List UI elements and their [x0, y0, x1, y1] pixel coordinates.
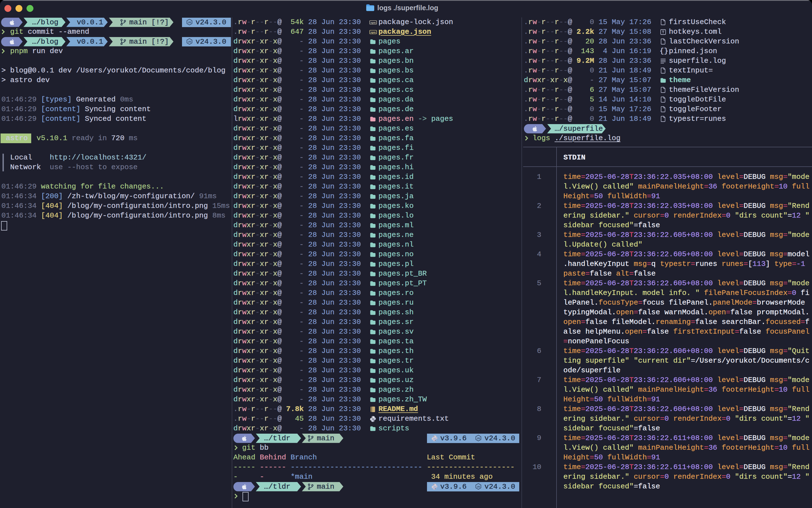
svg-text:npm: npm	[371, 31, 376, 34]
svg-text:JS: JS	[188, 40, 191, 43]
svg-text:JS: JS	[477, 436, 480, 439]
svg-text:npm: npm	[371, 21, 376, 24]
svg-text:JS: JS	[188, 20, 191, 24]
svg-text:JS: JS	[477, 485, 480, 488]
